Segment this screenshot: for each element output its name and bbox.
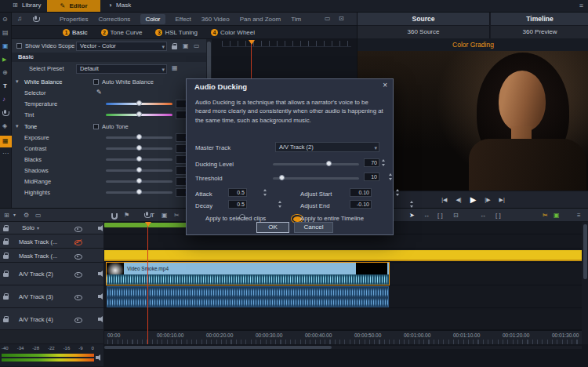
step-forward-icon[interactable] (485, 197, 490, 202)
av-track-4-lock-icon[interactable] (3, 316, 9, 322)
music-icon[interactable] (17, 16, 22, 22)
contrast-slider[interactable] (106, 147, 172, 150)
ok-button[interactable]: OK (256, 222, 289, 233)
menu-tab-360video[interactable]: 360 Video (201, 16, 230, 23)
subtab-basic[interactable]: 1 Basic (63, 29, 88, 36)
contrast-thumb[interactable] (136, 145, 142, 151)
blacks-slider[interactable] (106, 158, 172, 161)
av-track-3-lock-icon[interactable] (3, 293, 9, 300)
adjust-end-spinner[interactable] (409, 200, 415, 209)
temperature-slider[interactable] (106, 103, 172, 105)
monitor-tab-timeline[interactable]: Timeline (491, 13, 588, 25)
scope-lock-icon[interactable] (172, 43, 177, 49)
tint-thumb[interactable] (136, 111, 142, 117)
nav-video-icon[interactable] (2, 56, 6, 62)
white-balance-expander-icon[interactable] (16, 78, 19, 84)
menu-tab-properties[interactable]: Properties (60, 16, 88, 23)
timeline-view-icon[interactable] (35, 213, 42, 219)
tint-slider[interactable] (106, 114, 172, 116)
attack-value[interactable]: 0.5 (228, 188, 247, 197)
threshold-thumb[interactable] (279, 175, 285, 180)
auto-tone-checkbox[interactable] (93, 124, 99, 129)
scene-detect-icon[interactable] (554, 213, 560, 219)
mask-track-1-lock-icon[interactable] (3, 238, 9, 245)
nav-360-icon[interactable] (2, 70, 8, 76)
solo-visibility-icon[interactable] (74, 226, 82, 231)
blacks-thumb[interactable] (136, 156, 142, 162)
eyedropper-icon[interactable] (96, 89, 102, 96)
mask-track-1-lane[interactable] (104, 234, 582, 249)
step-back-icon[interactable] (456, 197, 461, 202)
keyframe-playhead-marker[interactable] (249, 40, 255, 45)
av-track-2-lane[interactable]: Video Smoke.mp4 (104, 263, 582, 285)
scope-mode-select[interactable]: Vector - Color (76, 42, 167, 51)
solo-lock-icon[interactable] (3, 225, 9, 231)
av-track-2-header[interactable]: A/V Track (2) (0, 263, 104, 285)
temperature-thumb[interactable] (136, 100, 142, 106)
dual-mode-icon[interactable] (453, 213, 459, 219)
tone-expander-icon[interactable] (16, 123, 19, 129)
decay-value[interactable]: 0.5 (228, 200, 247, 209)
play-icon[interactable] (470, 196, 477, 204)
tab-editor[interactable]: Editor (47, 0, 100, 12)
monitor-tab-360-preview[interactable]: 360 Preview (491, 26, 588, 38)
color-grading-tab[interactable]: Color Grading (358, 39, 588, 51)
timeline-settings-icon[interactable] (24, 213, 29, 219)
audio-clip[interactable] (107, 286, 389, 307)
mask-track-2-visibility-icon[interactable] (74, 253, 82, 259)
master-track-select[interactable]: A/V Track (2) (275, 142, 379, 152)
marker-icon[interactable] (124, 213, 129, 219)
midrange-thumb[interactable] (136, 178, 142, 184)
midrange-slider[interactable] (106, 180, 172, 183)
skip-end-icon[interactable] (499, 197, 505, 202)
mask-track-2-header[interactable]: Mask Track (... (0, 249, 104, 263)
nav-voiceover-icon[interactable] (2, 110, 9, 117)
menu-tab-color[interactable]: Color (140, 14, 165, 24)
threshold-slider[interactable] (273, 177, 359, 180)
select-tool-icon[interactable] (409, 213, 415, 219)
highlights-slider[interactable] (106, 191, 172, 194)
shadows-slider[interactable] (106, 169, 172, 172)
scope-snapshot-icon[interactable] (183, 43, 189, 49)
trim-mode-icon[interactable] (423, 213, 430, 219)
split-clip-icon[interactable] (174, 213, 180, 219)
menu-tab-pan-zoom[interactable]: Pan and Zoom (240, 16, 281, 23)
av-track-2-lock-icon[interactable] (3, 271, 9, 277)
nav-effects-icon[interactable] (2, 123, 7, 129)
subtab-tone-curve[interactable]: 2 Tone Curve (101, 29, 143, 36)
track-manager-caret-icon[interactable] (13, 213, 16, 217)
mask-track-1-visibility-off-icon[interactable] (74, 239, 82, 245)
mask-clip[interactable] (104, 250, 582, 261)
nav-scopes-active[interactable] (0, 136, 12, 147)
timeline-scrollbar-horizontal[interactable] (104, 346, 582, 349)
subtab-hsl-tuning[interactable]: 3 HSL Tuning (155, 29, 198, 36)
cancel-button[interactable]: Cancel (294, 222, 333, 233)
ducking-level-slider[interactable] (273, 163, 359, 165)
magnet-icon[interactable] (111, 213, 118, 220)
mask-track-2-lane[interactable] (104, 249, 582, 263)
keyframe-ruler[interactable] (222, 41, 351, 47)
scope-panel-icon[interactable] (194, 43, 200, 49)
save-preset-icon[interactable] (172, 65, 178, 71)
tab-library[interactable]: Library (13, 2, 41, 9)
razor-icon[interactable] (543, 213, 548, 219)
show-video-scope-checkbox[interactable] (16, 43, 22, 49)
mask-track-2-lock-icon[interactable] (3, 253, 9, 259)
adjust-end-value[interactable]: -0.10 (350, 200, 372, 209)
nav-media-icon[interactable] (2, 16, 8, 23)
nav-photos-icon[interactable] (2, 43, 9, 49)
highlights-thumb[interactable] (136, 189, 142, 194)
range-tool-icon[interactable] (495, 213, 501, 219)
playhead-line[interactable] (147, 222, 148, 344)
exposure-slider[interactable] (106, 136, 172, 139)
av-track-4-header[interactable]: A/V Track (4) (0, 308, 104, 330)
shadows-thumb[interactable] (136, 167, 142, 173)
exposure-thumb[interactable] (136, 134, 142, 140)
nav-titles-icon[interactable] (3, 83, 7, 89)
timeline-scrollbar-vertical-thumb[interactable] (583, 224, 587, 279)
timeline-scrollbar-vertical[interactable] (582, 222, 588, 344)
av-track-2-visibility-icon[interactable] (74, 271, 82, 277)
tab-mask[interactable]: Mask (108, 2, 131, 9)
nav-music-icon[interactable] (2, 96, 5, 103)
skip-start-icon[interactable] (441, 197, 447, 202)
